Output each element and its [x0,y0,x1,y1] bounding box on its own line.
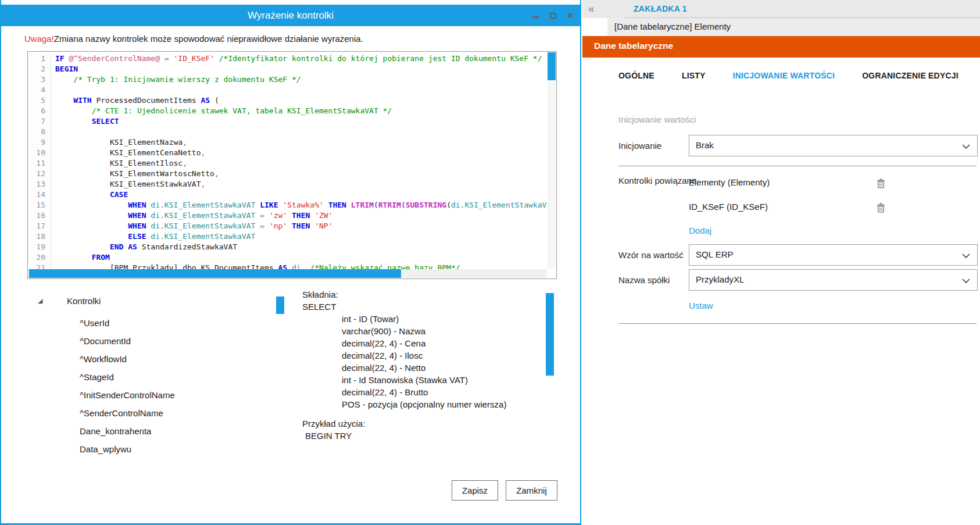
tree-item[interactable]: ^WorkflowId [80,350,175,368]
linked-control-row: Elementy (Elementy) [689,177,904,202]
breadcrumb-notch [582,18,607,36]
close-button[interactable]: Zamknij [506,480,557,501]
window-controls: ✕ [530,5,575,26]
code-line: 3 /* Tryb 1: Inicjowanie wierszy z dokum… [28,74,547,85]
wzor-na-wartosc-select[interactable]: SQL ERP [689,244,978,266]
tree-item[interactable]: ^InitSenderControlName [80,386,175,404]
editor-vertical-scrollbar[interactable] [548,52,556,269]
code-line: 8 [28,127,547,137]
syntax-help-panel: Składnia: SELECT int - ID (Towar)varchar… [302,288,563,442]
code-line: 13 KSI_ElementStawkaVAT, [28,179,547,190]
inicjowanie-select[interactable]: Brak [689,135,978,156]
code-line: 12 KSI_ElementWartoscNetto, [28,169,547,179]
wzor-na-wartosc-label: Wzór na wartość [618,250,684,260]
close-icon[interactable]: ✕ [565,10,575,21]
panel-tabs: OGÓLNELISTYINICJOWANIE WARTOŚCIOGRANICZE… [618,71,958,80]
code-line: 17 WHEN di.KSI_ElementStawkaVAT = 'np' T… [28,221,547,231]
tree-root-kontrolki[interactable]: Kontrolki [67,296,101,306]
vertical-scrollbar-thumb[interactable] [548,52,556,80]
nazwa-spolki-label: Nazwa spółki [618,275,670,285]
code-line: 10 KSI_ElementCenaNetto, [28,148,547,158]
tree-items: ^UserId^DocumentId^WorkflowId^StageId^In… [80,314,175,458]
help-scrollbar-thumb[interactable] [546,293,554,376]
minimize-icon[interactable] [530,10,541,21]
divider [618,323,977,324]
panel-header: Dane tabelaryczne [582,36,980,58]
chevron-down-icon [962,144,970,149]
dialog-titlebar[interactable]: Wyrażenie kontrolki ✕ [0,5,581,26]
divider [618,166,977,166]
code-line: 14 CASE [28,190,547,200]
syntax-field: varchar(900) - Nazwa [302,325,563,337]
collapse-panel-icon[interactable]: « [588,2,595,15]
trash-icon[interactable] [877,178,885,188]
syntax-label: Składnia: [302,288,563,301]
tabular-data-panel: « ZAKŁADKA 1 [Dane tabelaryczne] Element… [582,0,980,525]
save-button[interactable]: Zapisz [452,480,498,501]
example-code: BEGIN TRY [302,430,563,442]
tree-item[interactable]: Data_wplywu [80,440,175,458]
horizontal-scrollbar-thumb[interactable] [29,269,401,278]
syntax-select-label: SELECT [302,301,563,313]
workspace-tab-title[interactable]: ZAKŁADKA 1 [634,4,687,13]
tree-item[interactable]: ^UserId [80,314,175,332]
linked-controls-list: Elementy (Elementy) ID_KSeF (ID_KSeF) [689,177,904,226]
code-line: 19 END AS StandardizedStawkaVAT [28,242,547,252]
tree-expander-icon[interactable]: ◢ [38,297,42,305]
linked-control-row: ID_KSeF (ID_KSeF) [689,202,904,226]
code-line: 7 SELECT [28,116,547,127]
syntax-field: decimal(22, 4) - Brutto [302,386,563,398]
syntax-field: POS - pozycja (opcjonalny numer wiersza) [302,398,563,410]
panel-header-title: Dane tabelaryczne [582,36,980,51]
code-line: 6 /* CTE 1: Ujednolicenie stawek VAT, ta… [28,106,547,116]
tab-listy[interactable]: LISTY [682,71,706,80]
control-expression-dialog: Wyrażenie kontrolki ✕ Uwaga!Zmiana nazwy… [0,0,581,525]
panel-topbar: « ZAKŁADKA 1 [582,0,980,18]
tree-item[interactable]: Dane_kontrahenta [80,422,175,440]
nazwa-spolki-value: PrzykladyXL [696,274,744,284]
code-line: 4 [28,85,547,95]
syntax-field: decimal(22, 4) - Cena [302,337,563,349]
tree-item[interactable]: ^SenderControlName [80,404,175,422]
syntax-field-list: int - ID (Towar)varchar(900) - Nazwadeci… [302,313,563,410]
tree-item[interactable]: ^StageId [80,368,175,386]
editor-horizontal-scrollbar[interactable] [28,269,547,278]
code-line: 5 WITH ProcessedDocumentItems AS ( [28,95,547,106]
linked-control-name: ID_KSeF (ID_KSeF) [689,202,768,212]
code-line: 18 ELSE di.KSI_ElementStawkaVAT [28,231,547,242]
inicjowanie-value: Brak [696,140,714,150]
syntax-field: decimal(22, 4) - Netto [302,362,563,374]
code-line: 2BEGIN [28,64,547,74]
code-line: 1IF @^SenderControlName@ = 'ID_KSeF' /*I… [28,53,547,64]
maximize-icon[interactable] [548,10,558,21]
syntax-field: int - Id Stanowiska (Stawka VAT) [302,374,563,386]
tab-og-lne[interactable]: OGÓLNE [618,71,654,80]
kontrolki-powiazane-label: Kontrolki powiązane [618,176,696,185]
warning-text: Zmiana nazwy kontrolek może spowodować n… [54,34,363,44]
syntax-field: decimal(22, 4) - Ilosc [302,349,563,362]
inicjowanie-label: Inicjowanie [618,141,661,151]
warning-message: Uwaga!Zmiana nazwy kontrolek może spowod… [24,34,363,44]
tree-item[interactable]: ^DocumentId [80,332,175,350]
breadcrumb-row: [Dane tabelaryczne] Elementy [582,18,980,36]
breadcrumb[interactable]: [Dane tabelaryczne] Elementy [614,22,731,31]
controls-tree: ◢ Kontrolki ^UserId^DocumentId^WorkflowI… [27,290,290,464]
code-line: 11 KSI_ElementIlosc, [28,158,547,169]
nazwa-spolki-select[interactable]: PrzykladyXL [689,269,978,291]
section-label: Inicjowanie wartości [618,115,696,124]
chevron-down-icon [962,253,970,258]
example-label: Przykład użycia: [302,417,563,430]
sql-expression-editor[interactable]: 1IF @^SenderControlName@ = 'ID_KSeF' /*I… [27,51,557,279]
code-line: 15 WHEN di.KSI_ElementStawkaVAT LIKE 'St… [28,200,547,210]
tree-scrollbar-thumb[interactable] [276,297,284,314]
dialog-title: Wyrażenie kontrolki [248,10,334,21]
ustaw-link[interactable]: Ustaw [689,301,713,310]
warning-prefix: Uwaga! [24,34,54,44]
code-line: 20 FROM [28,252,547,263]
wzor-na-wartosc-value: SQL ERP [696,249,733,259]
chevron-down-icon [962,278,970,283]
tab-inicjowanie-warto-ci[interactable]: INICJOWANIE WARTOŚCI [733,71,835,80]
dodaj-link[interactable]: Dodaj [689,226,711,235]
trash-icon[interactable] [877,203,885,213]
tab-ograniczenie-edycji[interactable]: OGRANICZENIE EDYCJI [862,71,958,80]
